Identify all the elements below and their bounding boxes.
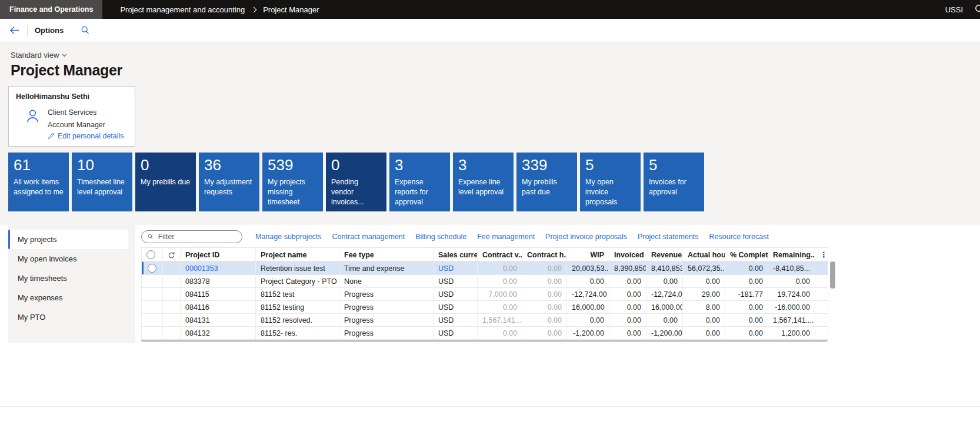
cell-actual-hours: 8.00	[683, 301, 725, 314]
breadcrumb-module[interactable]: Project management and accounting	[120, 5, 245, 14]
global-search-icon[interactable]	[974, 4, 980, 15]
chevron-right-icon	[251, 6, 257, 12]
cell-remaining: 1,200.00	[768, 327, 815, 340]
tile-pending-vendor-invoices[interactable]: 0 Pending vendor invoices...	[326, 153, 386, 211]
cell-invoiced: 0.00	[609, 327, 646, 340]
tab-my-projects[interactable]: My projects	[8, 230, 128, 249]
col-actual-hours[interactable]: Actual hours	[683, 248, 725, 262]
page-search-icon[interactable]	[80, 25, 90, 35]
user-role: Account Manager	[48, 119, 124, 131]
cell-percent-complete: 0.00	[725, 327, 768, 340]
col-invoiced[interactable]: Invoiced	[609, 248, 646, 262]
select-all-radio[interactable]	[146, 250, 155, 259]
page-bottom-divider	[0, 406, 980, 407]
link-project-statements[interactable]: Project statements	[638, 233, 699, 241]
tile-open-invoice-proposals[interactable]: 5 My open invoice proposals	[580, 153, 641, 211]
col-remaining[interactable]: Remaining...	[768, 248, 815, 262]
cell-fee-type: Time and expense	[339, 262, 434, 275]
page-header-section: Standard view Project Manager HelloHiman…	[0, 42, 980, 225]
cell-project-id[interactable]: 084131	[181, 314, 256, 327]
refresh-icon[interactable]	[168, 251, 175, 259]
filter-box[interactable]	[141, 230, 242, 243]
tile-my-adjustment-requests[interactable]: 36 My adjustment requests	[199, 153, 259, 211]
projects-grid: Project ID Project name Fee type Sales c…	[141, 247, 828, 340]
cell-project-id[interactable]: 084116	[181, 301, 256, 314]
grid-vertical-scrollbar-thumb[interactable]	[830, 261, 835, 289]
tab-my-expenses[interactable]: My expenses	[8, 288, 135, 307]
company-badge[interactable]: USSI	[945, 5, 963, 14]
cell-actual-hours: 29.00	[683, 288, 725, 301]
cell-actual-hours: 0.00	[683, 314, 725, 327]
cell-wip: 0.00	[567, 275, 609, 288]
cell-project-id[interactable]: 00001353	[181, 262, 256, 275]
edit-personal-details-link[interactable]: Edit personal details	[48, 132, 124, 140]
link-project-invoice-proposals[interactable]: Project invoice proposals	[545, 233, 627, 241]
breadcrumb-page[interactable]: Project Manager	[263, 5, 319, 14]
column-options-icon[interactable]: ⋮	[820, 250, 823, 259]
tile-my-prebills-due[interactable]: 0 My prebills due	[135, 153, 196, 211]
tile-prebills-past-due[interactable]: 339 My prebills past due	[516, 153, 577, 211]
grid-row-084132[interactable]: 084132 81152- res. Progress USD 0.00 0.0…	[142, 327, 828, 340]
col-sales-currency[interactable]: Sales curre...	[434, 248, 478, 262]
cell-wip: 0.00	[567, 314, 609, 327]
tile-expense-reports-approval[interactable]: 3 Expense reports for approval	[389, 153, 450, 211]
cell-invoiced: 0.00	[609, 314, 646, 327]
grid-horizontal-scrollbar[interactable]	[141, 340, 828, 342]
col-contract-hours[interactable]: Contract h...	[522, 248, 567, 262]
col-contract-value[interactable]: Contract v...	[478, 248, 522, 262]
grid-vertical-scrollbar[interactable]	[830, 261, 835, 339]
col-project-name[interactable]: Project name	[256, 248, 339, 262]
top-navigation-bar: Finance and Operations Project managemen…	[0, 0, 980, 19]
cell-fee-type: Progress	[339, 288, 434, 301]
col-wip[interactable]: WIP	[567, 248, 609, 262]
tile-invoices-for-approval[interactable]: 5 Invoices for approval	[644, 153, 704, 211]
cell-contract-hours: 0.00	[522, 275, 567, 288]
link-manage-subprojects[interactable]: Manage subprojects	[255, 233, 322, 241]
cell-project-name: 81152 testing	[256, 301, 339, 314]
cell-revenue: 16,000.00	[646, 301, 683, 314]
cell-invoiced: 0.00	[609, 288, 646, 301]
col-percent-complete[interactable]: % Complet...	[725, 248, 768, 262]
user-summary-card: HelloHimanshu Sethi Client Services Acco…	[8, 86, 135, 147]
col-revenue[interactable]: Revenue	[646, 248, 683, 262]
col-fee-type[interactable]: Fee type	[339, 248, 434, 262]
cell-sales-currency[interactable]: USD	[434, 262, 478, 275]
select-row-radio[interactable]	[148, 264, 156, 273]
grid-row-084116[interactable]: 084116 81152 testing Progress USD 0.00 0…	[142, 301, 828, 314]
cell-project-id[interactable]: 084115	[181, 288, 256, 301]
cell-contract-hours: 0.00	[522, 327, 567, 340]
cell-actual-hours: 0.00	[683, 327, 725, 340]
grid-row-00001353[interactable]: 00001353 Retention issue test Time and e…	[142, 262, 828, 275]
tab-my-open-invoices[interactable]: My open invoices	[8, 249, 135, 269]
cell-contract-value: 0.00	[478, 262, 522, 275]
filter-input[interactable]	[157, 232, 236, 241]
cell-project-id[interactable]: 083378	[181, 275, 256, 288]
tile-projects-missing-timesheet[interactable]: 539 My projects missing timesheet	[262, 153, 323, 211]
link-resource-forecast[interactable]: Resource forecast	[709, 233, 769, 241]
cell-sales-currency: USD	[434, 288, 478, 301]
tab-my-timesheets[interactable]: My timesheets	[8, 269, 135, 288]
app-tab-finance-and-operations[interactable]: Finance and Operations	[0, 0, 102, 19]
chevron-down-icon	[62, 52, 66, 56]
link-billing-schedule[interactable]: Billing schedule	[415, 233, 466, 241]
grid-toolbar: Manage subprojects Contract management B…	[141, 230, 972, 244]
col-project-id[interactable]: Project ID	[181, 248, 256, 262]
grid-row-083378[interactable]: 083378 Project Category - PTO None USD 0…	[142, 275, 828, 288]
cell-contract-value: 7,000.00	[478, 288, 522, 301]
cell-percent-complete: 0.00	[725, 262, 768, 275]
cell-sales-currency: USD	[434, 327, 478, 340]
back-button[interactable]	[9, 26, 20, 35]
view-selector[interactable]: Standard view	[11, 51, 66, 59]
grid-row-084131[interactable]: 084131 81152 resolved. Progress USD 1,56…	[142, 314, 828, 327]
tile-timesheet-line-approval[interactable]: 10 Timesheet line level approval	[72, 153, 132, 211]
tab-my-pto[interactable]: My PTO	[8, 307, 135, 327]
link-fee-management[interactable]: Fee management	[477, 233, 535, 241]
tile-expense-line-approval[interactable]: 3 Expense line level approval	[453, 153, 514, 211]
cell-project-id[interactable]: 084132	[181, 327, 256, 340]
link-contract-management[interactable]: Contract management	[332, 233, 405, 241]
grid-section: Manage subprojects Contract management B…	[135, 225, 972, 343]
filter-search-icon	[147, 233, 154, 240]
options-menu[interactable]: Options	[35, 26, 64, 35]
grid-row-084115[interactable]: 084115 81152 test Progress USD 7,000.00 …	[142, 288, 828, 301]
tile-all-work-items[interactable]: 61 All work items assigned to me	[8, 153, 69, 211]
